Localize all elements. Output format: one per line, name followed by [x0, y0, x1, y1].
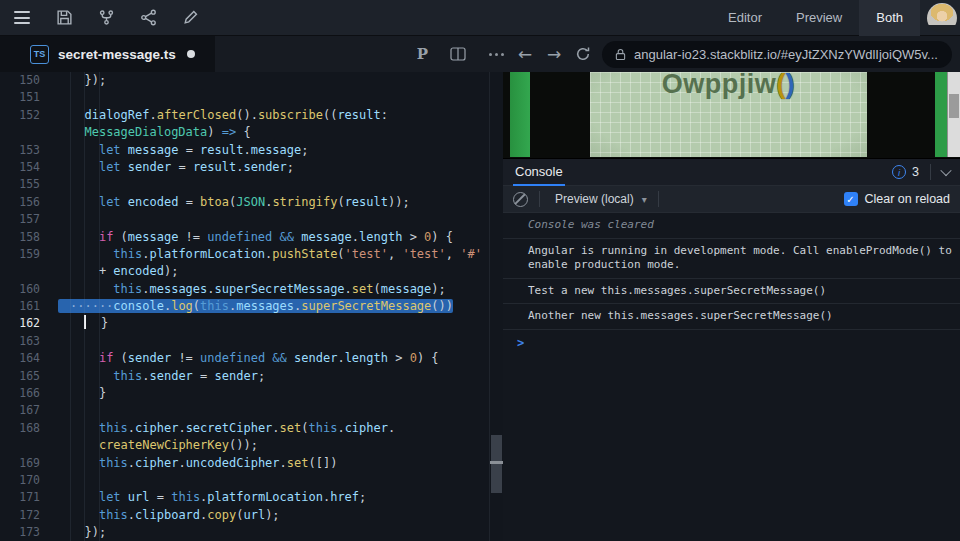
clear-console-icon[interactable]: [513, 192, 528, 207]
reload-icon[interactable]: [573, 44, 593, 64]
code-line[interactable]: MessageDialogData) => {: [0, 124, 489, 141]
console-tab[interactable]: Console: [513, 159, 565, 186]
line-number: [0, 124, 40, 141]
more-options-icon[interactable]: [486, 44, 506, 64]
line-number: 156: [0, 194, 40, 211]
code-text: let encoded = btoa(JSON.stringify(result…: [40, 194, 410, 211]
back-icon[interactable]: ←: [515, 44, 535, 64]
file-tab[interactable]: TS secret-message.ts: [0, 36, 215, 72]
selected-text: ······console.log(this.messages.superSec…: [58, 299, 453, 313]
typescript-icon: TS: [30, 45, 49, 64]
preview-heading: Owppjiw(): [662, 72, 796, 157]
pane-resize-handle[interactable]: [489, 72, 503, 541]
code-line[interactable]: 173 });: [0, 524, 489, 541]
code-line[interactable]: 161······console.log(this.messages.super…: [0, 298, 489, 315]
console-message[interactable]: Angular is running in development mode. …: [503, 239, 960, 279]
split-view-icon[interactable]: [448, 44, 468, 64]
code-line[interactable]: 164 if (sender != undefined && sender.le…: [0, 350, 489, 367]
code-text: [40, 211, 70, 228]
line-number: 158: [0, 229, 40, 246]
console-message[interactable]: Console was cleared: [503, 213, 960, 239]
file-name: secret-message.ts: [58, 47, 176, 62]
code-line[interactable]: 167: [0, 402, 489, 419]
tab-both[interactable]: Both: [859, 0, 920, 36]
console-source-label: Preview (local): [555, 192, 634, 206]
main-area: 150 });151152 dialogRef.afterClosed().su…: [0, 72, 960, 541]
code-text: createNewCipherKey());: [40, 437, 258, 454]
preview-viewport[interactable]: Owppjiw(): [503, 72, 960, 158]
line-number: 167: [0, 402, 40, 419]
console-message[interactable]: Test a new this.messages.superSecretMess…: [503, 279, 960, 305]
tab-preview[interactable]: Preview: [779, 0, 859, 36]
line-number: 157: [0, 211, 40, 228]
preview-browser-bar: ← → angular-io23.stackblitz.io/#eyJtZXNz…: [486, 36, 960, 72]
code-line[interactable]: 159 this.platformLocation.pushState('tes…: [0, 246, 489, 263]
line-number: 172: [0, 507, 40, 524]
code-line[interactable]: 150 });: [0, 72, 489, 89]
console-count-badge: 3: [912, 165, 919, 179]
code-text: MessageDialogData) => {: [40, 124, 251, 141]
console-prompt[interactable]: >: [503, 330, 960, 356]
code-text: this.cipher.secretCipher.set(this.cipher…: [40, 420, 395, 437]
paren-close: ): [786, 72, 796, 99]
separator: [539, 191, 540, 207]
preview-scrollbar[interactable]: [947, 72, 960, 157]
code-line[interactable]: 153 let message = result.message;: [0, 142, 489, 159]
line-number: 162: [0, 315, 40, 332]
console-source-dropdown[interactable]: Preview (local) ▾: [555, 192, 647, 206]
code-line[interactable]: createNewCipherKey());: [0, 437, 489, 454]
code-text: [40, 402, 70, 419]
preview-scrollbar-thumb[interactable]: [949, 94, 959, 118]
code-text: if (message != undefined && message.leng…: [40, 229, 453, 246]
forward-icon[interactable]: →: [544, 44, 564, 64]
line-number: [0, 263, 40, 280]
line-number: 164: [0, 350, 40, 367]
code-line[interactable]: 158 if (message != undefined && message.…: [0, 229, 489, 246]
prompt-chevron-icon: >: [517, 336, 524, 350]
line-number: 168: [0, 420, 40, 437]
console-messages[interactable]: Console was clearedAngular is running in…: [503, 213, 960, 541]
modified-dot-icon: [187, 50, 195, 58]
url-bar[interactable]: angular-io23.stackblitz.io/#eyJtZXNzYWdl…: [602, 41, 952, 68]
code-line[interactable]: 166 }: [0, 385, 489, 402]
code-line[interactable]: 172 this.clipboard.copy(url);: [0, 507, 489, 524]
console-message[interactable]: Another new this.messages.superSecretMes…: [503, 304, 960, 330]
code-line[interactable]: 157: [0, 211, 489, 228]
code-editor[interactable]: 150 });151152 dialogRef.afterClosed().su…: [0, 72, 489, 541]
share-icon[interactable]: [138, 8, 158, 28]
code-line[interactable]: 169 this.cipher.uncodedCipher.set([]): [0, 455, 489, 472]
chevron-down-icon[interactable]: [940, 165, 951, 176]
prettier-icon[interactable]: P: [417, 45, 428, 63]
preview-pane: Owppjiw() Console i 3 Prev: [503, 72, 960, 541]
code-line[interactable]: 160 this.messages.superSecretMessage.set…: [0, 281, 489, 298]
fork-icon[interactable]: [96, 8, 116, 28]
code-line[interactable]: 156 let encoded = btoa(JSON.stringify(re…: [0, 194, 489, 211]
avatar[interactable]: [927, 3, 957, 33]
editor-scrollbar-thumb[interactable]: [491, 435, 502, 493]
code-line[interactable]: 162 }: [0, 315, 489, 332]
code-text: let message = result.message;: [40, 142, 309, 159]
separator: [930, 164, 931, 180]
clear-on-reload-label: Clear on reload: [865, 192, 950, 206]
tab-editor[interactable]: Editor: [711, 0, 779, 36]
save-icon[interactable]: [54, 8, 74, 28]
clear-on-reload-checkbox[interactable]: ✓: [844, 192, 858, 206]
code-text: this.platformLocation.pushState('test', …: [40, 246, 482, 263]
code-line[interactable]: 151: [0, 89, 489, 106]
code-line[interactable]: 168 this.cipher.secretCipher.set(this.ci…: [0, 420, 489, 437]
menu-icon[interactable]: [12, 8, 32, 28]
code-line[interactable]: 163: [0, 333, 489, 350]
code-line[interactable]: 152 dialogRef.afterClosed().subscribe((r…: [0, 107, 489, 124]
code-line[interactable]: 165 this.sender = sender;: [0, 368, 489, 385]
info-icon: i: [892, 165, 906, 179]
code-line[interactable]: + encoded);: [0, 263, 489, 280]
code-line[interactable]: 170: [0, 472, 489, 489]
code-text: [40, 176, 70, 193]
code-text: [40, 333, 70, 350]
code-line[interactable]: 155: [0, 176, 489, 193]
line-number: 154: [0, 159, 40, 176]
code-line[interactable]: 154 let sender = result.sender;: [0, 159, 489, 176]
edit-icon[interactable]: [180, 8, 200, 28]
resize-grip-icon: [490, 461, 503, 464]
code-line[interactable]: 171 let url = this.platformLocation.href…: [0, 489, 489, 506]
